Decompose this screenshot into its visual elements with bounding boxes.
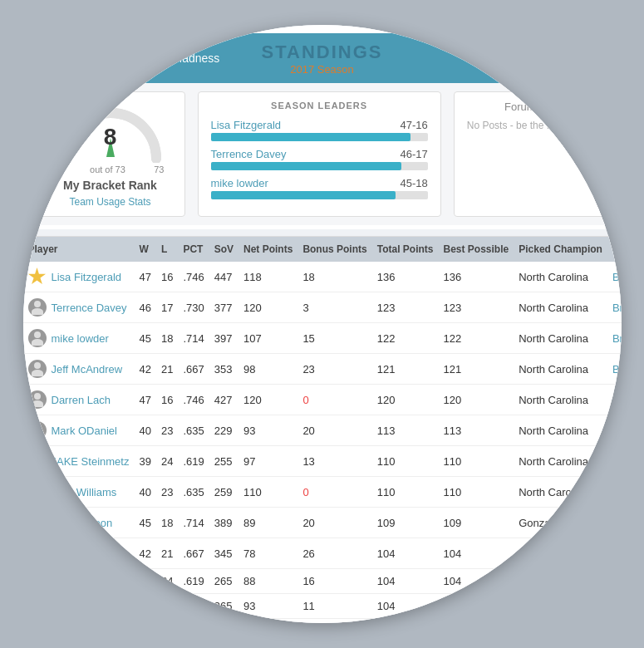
cell-net: 78: [238, 538, 297, 569]
cell-pct: .667: [178, 538, 209, 569]
cell-pct: .730: [178, 292, 209, 323]
table-row: Chick4221.6673457826104104LouisvilleBrac…: [23, 538, 622, 569]
cell-bonus: 13: [297, 446, 371, 477]
player-name[interactable]: Mark ODaniel: [52, 425, 117, 437]
player-cell: mike lowder: [23, 323, 135, 354]
leader-2-name[interactable]: Terrence Davey: [211, 148, 287, 160]
cell-l: 21: [156, 538, 178, 569]
player-cell: Darren Lach: [23, 385, 135, 415]
cell-l: 18: [156, 508, 178, 538]
player-cell: [23, 594, 135, 619]
cell-net: 93: [238, 415, 297, 446]
cell-bracket: Bracket: [607, 415, 622, 446]
cell-total: 104: [372, 594, 439, 619]
cell-champion: Gonz...: [514, 594, 607, 619]
cell-bracket: Bracket: [607, 619, 622, 624]
cell-net: 110: [238, 477, 297, 508]
table-row: Lisa Fitzgerald4716.74644711818136136Nor…: [23, 262, 622, 292]
cell-w: 42: [134, 619, 155, 624]
player-name[interactable]: mike lowder: [52, 332, 109, 345]
person-avatar: [28, 329, 47, 347]
person-avatar: [28, 483, 47, 501]
cell-total: 110: [372, 477, 439, 508]
cell-net: 120: [238, 292, 297, 323]
bracket-link[interactable]: Bracket: [612, 363, 622, 376]
forum-no-posts: No Posts - be the first to post: [467, 120, 596, 131]
cell-l: 16: [156, 385, 178, 415]
player-name[interactable]: Chick: [52, 547, 79, 560]
cell-bracket: Br...: [607, 508, 622, 538]
cell-bonus: 26: [297, 538, 371, 569]
player-cell: Fred Williams: [23, 477, 135, 508]
bracket-link[interactable]: Bracket: [612, 425, 622, 437]
cell-bracket: Bracket: [607, 446, 622, 477]
player-cell: [23, 619, 135, 624]
cell-bracket: Bracket: [607, 594, 622, 619]
bracket-link[interactable]: Bracket: [612, 332, 622, 345]
cell-best: 104: [439, 569, 514, 594]
person-avatar: [28, 544, 47, 562]
player-name[interactable]: Jeff McAndrew: [52, 363, 123, 376]
cell-net: 89: [238, 508, 297, 538]
table-row: Jeff McAndrew4221.6673539823121121North …: [23, 354, 622, 385]
bracket-rank-panel: 8 1 out of 73 73 My Bracket Rank Team Us…: [36, 91, 185, 217]
leader-3-name[interactable]: mike lowder: [211, 177, 268, 189]
bracket-link[interactable]: Bracket: [612, 547, 622, 560]
col-net-points: Net Points: [238, 237, 297, 262]
bracket-link[interactable]: Br...: [612, 517, 622, 529]
cell-bonus: 15: [297, 323, 371, 354]
bracket-link[interactable]: Bracket: [612, 455, 622, 468]
player-name[interactable]: Darren Lach: [52, 394, 111, 406]
leader-row-2: Terrence Davey 46-17: [211, 148, 428, 170]
cell-pct: .746: [178, 385, 209, 415]
bracket-link[interactable]: Brack...: [612, 486, 622, 498]
player-name[interactable]: Fred Williams: [52, 486, 117, 498]
cell-best: 104: [439, 594, 514, 619]
player-name[interactable]: Lisa Fitzgerald: [52, 271, 122, 283]
cell-pct: .667: [178, 354, 209, 385]
cell-best: 121: [439, 354, 514, 385]
bracket-link[interactable]: Bracket: [612, 575, 622, 587]
cell-best: 113: [439, 415, 514, 446]
cell-net: 93: [238, 594, 297, 619]
bracket-link[interactable]: Bracket: [612, 271, 622, 283]
rank-out-of: out of 73: [90, 164, 125, 174]
player-name[interactable]: Daddy Moon: [52, 517, 113, 529]
cell-best: 136: [439, 262, 514, 292]
table-row: mike lowder4518.71439710715122122North C…: [23, 323, 622, 354]
page-title: STANDINGS: [262, 42, 383, 63]
table-row: JAKE Steinmetz3924.6192559713110110North…: [23, 446, 622, 477]
cell-l: 21: [156, 619, 178, 624]
cell-net: 88: [238, 569, 297, 594]
table-row: Mark ODaniel4023.6352299320113113North C…: [23, 415, 622, 446]
leader-1-name[interactable]: Lisa Fitzgerald: [211, 119, 282, 131]
cell-sov: 397: [209, 323, 238, 354]
cell-w: 42: [134, 354, 155, 385]
bracket-link[interactable]: Bracket: [612, 600, 622, 612]
bracket-rank-number: 8: [104, 124, 117, 150]
cell-l: 21: [156, 354, 178, 385]
cell-w: 45: [134, 508, 155, 538]
person-avatar: [28, 421, 47, 439]
bracket-link[interactable]: Bracket: [612, 394, 622, 406]
cell-bonus: 23: [297, 354, 371, 385]
player-name[interactable]: Terrence Davey: [52, 302, 127, 314]
team-usage-link[interactable]: Team Usage Stats: [69, 196, 150, 208]
cell-total: 113: [372, 415, 439, 446]
cell-w: 47: [134, 385, 155, 415]
cell-pct: .619: [178, 569, 209, 594]
cell-total: 104: [372, 538, 439, 569]
player-name[interactable]: JAKE Steinmetz: [52, 455, 130, 468]
cell-bonus: 20: [297, 508, 371, 538]
table-row: 4419.6983659311104104Gonz...Bracket: [23, 594, 622, 619]
cell-total: 104: [372, 569, 439, 594]
bracket-link[interactable]: Bracket: [612, 302, 622, 314]
cell-w: 40: [134, 415, 155, 446]
forum-post-link[interactable]: post: [577, 120, 596, 131]
leader-3-score: 45-18: [401, 177, 428, 189]
rank-min: 1: [57, 164, 61, 174]
cell-sov: 229: [209, 415, 238, 446]
cell-total: 110: [372, 446, 439, 477]
cell-pct: .714: [178, 323, 209, 354]
cell-bracket: Bracket: [607, 569, 622, 594]
